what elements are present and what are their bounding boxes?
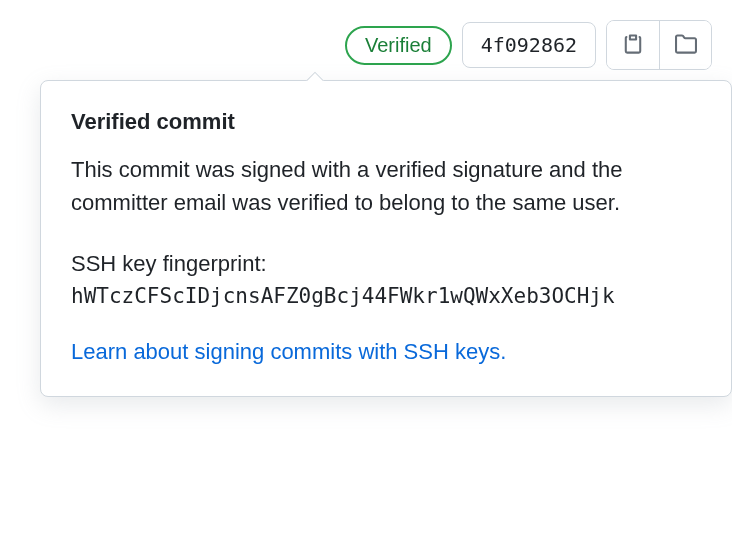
popup-description: This commit was signed with a verified s… (71, 153, 701, 219)
copy-button[interactable] (607, 21, 659, 69)
folder-icon (675, 33, 697, 58)
commit-toolbar: Verified 4f092862 (20, 20, 712, 70)
popup-arrow (304, 71, 324, 81)
icon-button-group (606, 20, 712, 70)
verified-popup: Verified commit This commit was signed w… (40, 80, 732, 397)
learn-link[interactable]: Learn about signing commits with SSH key… (71, 335, 701, 368)
verified-badge[interactable]: Verified (345, 26, 452, 65)
fingerprint-value: hWTczCFScIDjcnsAFZ0gBcj44FWkr1wQWxXeb3OC… (71, 281, 701, 313)
commit-hash-text: 4f092862 (481, 33, 577, 57)
browse-button[interactable] (659, 21, 711, 69)
popup-title: Verified commit (71, 109, 701, 135)
fingerprint-label: SSH key fingerprint: (71, 251, 701, 277)
verified-label: Verified (365, 34, 432, 57)
commit-hash-button[interactable]: 4f092862 (462, 22, 596, 68)
copy-icon (622, 33, 644, 58)
